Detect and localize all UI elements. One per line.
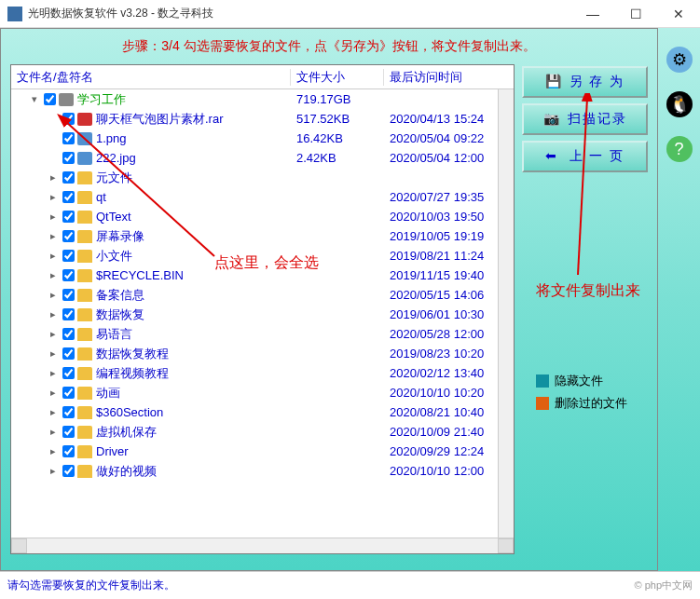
table-row[interactable]: 聊天框气泡图片素材.rar517.52KB2020/04/13 15:24	[11, 109, 498, 129]
row-checkbox[interactable]	[62, 132, 75, 144]
scan-log-button[interactable]: 📷 扫描记录	[522, 103, 648, 135]
row-checkbox[interactable]	[62, 465, 75, 477]
row-checkbox[interactable]	[62, 250, 75, 262]
table-row[interactable]: ▸Driver2020/09/29 12:24	[11, 442, 498, 461]
window-title: 光明数据恢复软件 v3.28 - 数之寻科技	[28, 6, 213, 21]
expander-icon[interactable]: ▸	[47, 230, 60, 242]
row-checkbox[interactable]	[62, 113, 75, 125]
vertical-scrollbar[interactable]	[498, 89, 514, 538]
prev-page-button[interactable]: ⬅ 上 一 页	[522, 141, 648, 172]
row-checkbox[interactable]	[62, 191, 75, 203]
row-checkbox[interactable]	[44, 93, 56, 105]
file-name: 数据恢复教程	[96, 346, 169, 362]
expander-icon[interactable]: ▸	[47, 465, 60, 477]
row-checkbox[interactable]	[62, 347, 75, 360]
table-row[interactable]: ▸屏幕录像2019/10/05 19:19	[11, 226, 498, 246]
qq-icon[interactable]: 🐧	[666, 91, 693, 117]
table-row[interactable]: ▸编程视频教程2020/02/12 13:40	[11, 363, 498, 383]
folder-icon	[77, 308, 92, 321]
table-row[interactable]: 222.jpg2.42KB2020/05/04 12:00	[11, 148, 498, 168]
prev-page-label: 上 一 页	[570, 148, 625, 165]
file-date: 2019/10/05 19:19	[384, 229, 498, 243]
row-checkbox[interactable]	[62, 230, 75, 242]
row-checkbox[interactable]	[62, 211, 75, 223]
help-icon[interactable]: ?	[666, 136, 693, 162]
table-row[interactable]: ▸备案信息2020/05/15 14:06	[11, 285, 498, 305]
folder-icon	[77, 269, 92, 282]
expander-icon[interactable]: ▾	[28, 93, 41, 105]
expander-icon[interactable]: ▸	[47, 387, 60, 399]
save-as-button[interactable]: 💾 另 存 为	[522, 66, 648, 98]
expander-icon[interactable]: ▸	[47, 250, 60, 262]
expander-icon[interactable]: ▸	[47, 289, 60, 301]
file-icon	[77, 152, 92, 165]
column-name[interactable]: 文件名/盘符名	[11, 69, 291, 86]
expander-icon[interactable]: ▸	[47, 269, 60, 281]
row-checkbox[interactable]	[62, 328, 75, 340]
table-row[interactable]: 1.png16.42KB2020/05/04 09:22	[11, 129, 498, 148]
folder-icon	[77, 250, 92, 263]
file-date: 2020/02/12 13:40	[384, 366, 498, 380]
file-date: 2019/06/01 10:30	[384, 307, 498, 321]
row-checkbox[interactable]	[62, 269, 75, 281]
expander-icon[interactable]: ▸	[47, 308, 60, 320]
file-name: 屏幕录像	[96, 228, 144, 245]
disk-icon	[59, 93, 74, 106]
legend-deleted-label: 删除过的文件	[555, 395, 627, 412]
expander-icon[interactable]: ▸	[47, 347, 60, 360]
column-date[interactable]: 最后访问时间	[384, 69, 514, 86]
expander-icon[interactable]: ▸	[47, 211, 60, 223]
table-row[interactable]: ▸动画2020/10/10 10:20	[11, 383, 498, 402]
table-row[interactable]: ▸小文件2019/08/21 11:24	[11, 246, 498, 265]
table-row[interactable]: ▸数据恢复教程2019/08/23 10:20	[11, 344, 498, 363]
row-checkbox[interactable]	[62, 308, 75, 320]
table-row[interactable]: ▸虚拟机保存2020/10/09 21:40	[11, 422, 498, 442]
row-checkbox[interactable]	[62, 367, 75, 379]
scroll-right-arrow[interactable]	[498, 538, 514, 553]
titlebar[interactable]: 光明数据恢复软件 v3.28 - 数之寻科技 — ☐ ✕	[0, 0, 700, 28]
gear-icon[interactable]: ⚙	[666, 47, 693, 73]
folder-icon	[77, 328, 92, 341]
table-row[interactable]: ▸元文件	[11, 168, 498, 187]
tree-body[interactable]: ▾学习工作719.17GB聊天框气泡图片素材.rar517.52KB2020/0…	[11, 89, 498, 481]
expander-icon[interactable]: ▸	[47, 171, 60, 184]
back-arrow-icon: ⬅	[545, 148, 564, 165]
file-name: 1.png	[96, 131, 127, 145]
row-checkbox[interactable]	[62, 445, 75, 457]
expander-icon[interactable]: ▸	[47, 328, 60, 340]
expander-icon[interactable]: ▸	[47, 426, 60, 438]
table-row[interactable]: ▸做好的视频2020/10/10 12:00	[11, 461, 498, 481]
row-checkbox[interactable]	[62, 152, 75, 164]
table-row[interactable]: ▾学习工作719.17GB	[11, 89, 498, 109]
table-row[interactable]: ▸$RECYCLE.BIN2019/11/15 19:40	[11, 265, 498, 285]
row-checkbox[interactable]	[62, 387, 75, 399]
row-checkbox[interactable]	[62, 406, 75, 418]
maximize-button[interactable]: ☐	[614, 0, 657, 28]
table-row[interactable]: ▸数据恢复2019/06/01 10:30	[11, 305, 498, 324]
column-size[interactable]: 文件大小	[291, 69, 384, 86]
table-row[interactable]: ▸$360Section2020/08/21 10:40	[11, 402, 498, 422]
scroll-left-arrow[interactable]	[11, 538, 27, 553]
horizontal-scrollbar[interactable]	[11, 538, 514, 553]
table-row[interactable]: ▸qt2020/07/27 19:35	[11, 187, 498, 207]
scan-log-label: 扫描记录	[568, 111, 627, 128]
row-checkbox[interactable]	[62, 289, 75, 301]
app-icon	[7, 7, 22, 21]
file-date: 2020/05/04 09:22	[384, 131, 498, 145]
window-controls: — ☐ ✕	[571, 0, 700, 28]
row-checkbox[interactable]	[62, 171, 75, 184]
expander-icon[interactable]: ▸	[47, 445, 60, 457]
file-tree-pane: 文件名/盘符名 文件大小 最后访问时间 ▾学习工作719.17GB聊天框气泡图片…	[10, 64, 515, 554]
expander-icon[interactable]: ▸	[47, 406, 60, 418]
expander-icon[interactable]: ▸	[47, 367, 60, 379]
table-row[interactable]: ▸QtText2020/10/03 19:50	[11, 207, 498, 226]
minimize-button[interactable]: —	[571, 0, 614, 28]
folder-icon	[77, 367, 92, 380]
expander-icon[interactable]: ▸	[47, 191, 60, 203]
file-date: 2019/08/21 11:24	[384, 249, 498, 263]
row-checkbox[interactable]	[62, 426, 75, 438]
close-button[interactable]: ✕	[657, 0, 700, 28]
table-row[interactable]: ▸易语言2020/05/28 12:00	[11, 324, 498, 344]
file-date: 2020/05/04 12:00	[384, 151, 498, 165]
camera-icon: 📷	[543, 111, 562, 128]
